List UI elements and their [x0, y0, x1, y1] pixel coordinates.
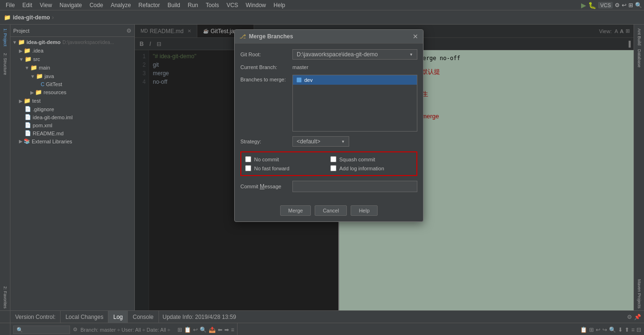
menubar-item-help[interactable]: Help [270, 1, 289, 9]
log-toolbar-icon4[interactable]: 🔍 [200, 326, 207, 333]
log-toolbar-icon7[interactable]: ➡ [224, 326, 229, 333]
detail-icon3[interactable]: ↩ [596, 326, 600, 333]
bottom-tab-version-control[interactable]: Version Control: [10, 311, 61, 323]
git-root-row: Git Root: D:\javaworkspace\idea-git-demo… [240, 49, 417, 60]
log-detail-panel: 📋 ⊞ ↩ ↪ 🔍 ⬇ ⬆ ≡ ⊟ ▼ 📁 idea-git-demo 1 fi… [238, 323, 644, 335]
merge-button[interactable]: Merge [280, 205, 311, 216]
detail-icon7[interactable]: ⬆ [625, 326, 629, 333]
add-log-checkbox[interactable] [330, 165, 336, 171]
vcs-icon[interactable]: VCS [598, 2, 613, 9]
project-strip-icon[interactable]: 1: Project [2, 26, 9, 48]
tree-item-iml[interactable]: 📄 idea-git-demo.iml [10, 113, 134, 121]
menubar-item-vcs[interactable]: VCS [223, 1, 242, 9]
search-everywhere-icon[interactable]: 🔍 [635, 2, 642, 9]
log-filter-icon[interactable]: ⚙ [73, 326, 78, 333]
strategy-value: <default> [297, 138, 320, 145]
help-button[interactable]: Help [351, 205, 378, 216]
commit-message-input[interactable] [292, 181, 417, 192]
no-fast-forward-checkbox[interactable] [245, 165, 251, 171]
menubar-item-refactor[interactable]: Refactor [135, 1, 164, 9]
menubar-item-edit[interactable]: Edit [18, 1, 36, 9]
restore-icon[interactable]: ↩ [622, 2, 626, 9]
tree-item-ext-libs[interactable]: ▶ 📚 External Libraries [10, 137, 134, 145]
maven-label[interactable]: Maven Projects [636, 277, 643, 310]
detail-icon2[interactable]: ⊞ [589, 326, 594, 333]
bottom-tab-console[interactable]: Console [128, 311, 159, 323]
tree-item-java[interactable]: ▼ 📁 java [10, 72, 134, 80]
log-toolbar-icon2[interactable]: 📋 [184, 326, 191, 333]
tree-item-resources[interactable]: ▶ 📁 resources [10, 88, 134, 97]
project-icon: 📁 [4, 14, 11, 21]
ant-build-label[interactable]: Ant Build [636, 26, 643, 47]
tree-label-main: main [39, 65, 50, 71]
tree-item-gitignore[interactable]: 📄 .gitignore [10, 105, 134, 113]
tree-item-main[interactable]: ▼ 📁 main [10, 63, 134, 72]
menubar-item-navigate[interactable]: Navigate [56, 1, 86, 9]
project-gear-icon[interactable]: ⚙ [126, 27, 132, 34]
squash-commit-checkbox[interactable] [330, 156, 336, 162]
layout-icon[interactable]: ⊞ [628, 2, 633, 9]
branch-item-dev[interactable]: dev [293, 75, 417, 85]
update-info: Update Info: 2019/4/28 13:59 [159, 311, 240, 323]
tree-label-test: test [32, 98, 41, 104]
detail-icon9[interactable]: ⊟ [636, 326, 641, 333]
menubar-item-window[interactable]: Window [242, 1, 270, 9]
strategy-dropdown[interactable]: <default> ▼ [292, 136, 349, 147]
bottom-panel: Version Control: Local Changes Log Conso… [0, 310, 644, 335]
project-tree: ▼ 📁 idea-git-demo D:\javaworkspace\idea.… [10, 37, 134, 310]
folder-icon: 📁 [35, 89, 42, 96]
tree-item-readme[interactable]: 📄 README.md [10, 129, 134, 137]
tree-item-gittest[interactable]: ▶ C GitTest [10, 80, 134, 88]
menubar-item-code[interactable]: Code [86, 1, 107, 9]
tree-item-src[interactable]: ▼ 📁 src [10, 55, 134, 63]
file-icon: 📄 [25, 122, 31, 128]
tree-item-pom[interactable]: 📄 pom.xml [10, 121, 134, 129]
project-header-label: Project [13, 28, 29, 34]
log-toolbar-icon6[interactable]: ⬅ [218, 326, 222, 333]
tree-item-idea[interactable]: ▶ 📁 .idea [10, 46, 134, 55]
bottom-pin-icon[interactable]: 📌 [634, 314, 641, 320]
modal-body: Git Root: D:\javaworkspace\idea-git-demo… [235, 44, 423, 202]
no-commit-checkbox[interactable] [245, 156, 251, 162]
menubar-item-tools[interactable]: Tools [202, 1, 223, 9]
detail-icon6[interactable]: ⬇ [618, 326, 623, 333]
git-root-dropdown[interactable]: D:\javaworkspace\idea-git-demo ▼ [292, 49, 417, 60]
menubar-item-run[interactable]: Run [184, 1, 202, 9]
detail-icon8[interactable]: ≡ [631, 326, 635, 333]
left-icon-strip-bottom [0, 311, 10, 323]
log-toolbar-icon3[interactable]: ↩ [193, 326, 198, 333]
tree-item-test[interactable]: ▶ 📁 test [10, 97, 134, 105]
log-toolbar-icon5[interactable]: 📤 [209, 326, 216, 333]
menubar-item-build[interactable]: Build [164, 1, 184, 9]
folder-icon: 📁 [24, 47, 31, 54]
log-toolbar-icon8[interactable]: ≡ [231, 326, 234, 333]
bottom-settings-icon[interactable]: ⚙ [627, 314, 632, 320]
bottom-tab-lc-label: Local Changes [65, 314, 103, 320]
favorites-strip-icon[interactable]: 2: Favorites [2, 284, 9, 310]
database-label[interactable]: Database [636, 47, 643, 70]
structure-strip-icon[interactable]: 2: Structure [2, 51, 9, 77]
tree-label-gittest: GitTest [46, 81, 62, 87]
bottom-tab-local-changes[interactable]: Local Changes [61, 311, 108, 323]
detail-toolbar: 📋 ⊞ ↩ ↪ 🔍 ⬇ ⬆ ≡ ⊟ [238, 323, 644, 335]
bottom-tab-log[interactable]: Log [108, 311, 128, 323]
modal-header: ⎇ Merge Branches ✕ [235, 30, 423, 44]
log-toolbar-icon1[interactable]: ⊞ [177, 326, 182, 333]
log-search-input[interactable] [13, 326, 70, 334]
run-icon[interactable]: ▶ [581, 1, 586, 9]
tree-item-root[interactable]: ▼ 📁 idea-git-demo D:\javaworkspace\idea.… [10, 38, 134, 46]
modal-close-button[interactable]: ✕ [413, 33, 418, 40]
detail-icon5[interactable]: 🔍 [609, 326, 616, 333]
detail-icon1[interactable]: 📋 [580, 326, 587, 333]
tree-label-pom: pom.xml [33, 123, 53, 128]
menubar-item-analyze[interactable]: Analyze [107, 1, 135, 9]
debug-icon[interactable]: 🐛 [588, 1, 596, 9]
strategy-arrow-icon: ▼ [341, 140, 345, 144]
menubar-item-file[interactable]: File [2, 1, 18, 9]
detail-icon4[interactable]: ↪ [602, 326, 607, 333]
menubar-item-view[interactable]: View [36, 1, 56, 9]
cancel-button[interactable]: Cancel [315, 205, 347, 216]
settings-icon[interactable]: ⚙ [615, 2, 620, 9]
tree-label-readme: README.md [33, 131, 63, 136]
expand-icon: ▶ [30, 90, 34, 95]
